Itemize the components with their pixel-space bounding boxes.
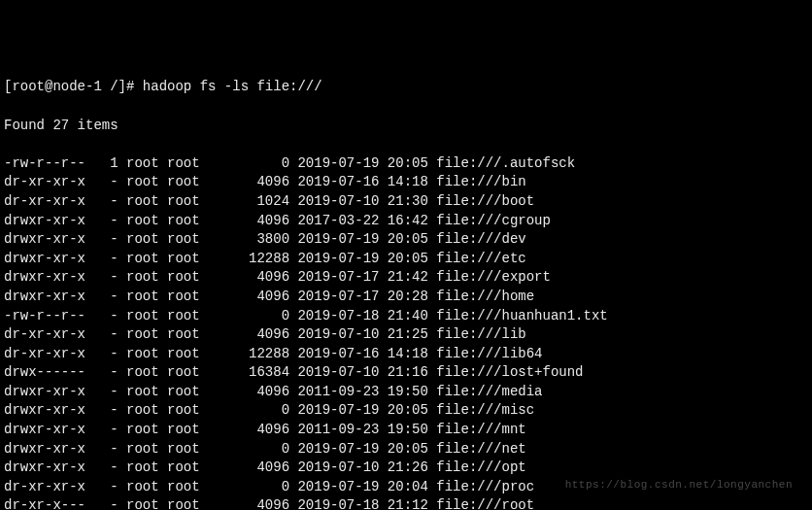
list-item: drwxr-xr-x - root root 12288 2019-07-19 …	[4, 250, 808, 269]
list-item: dr-xr-xr-x - root root 12288 2019-07-16 …	[4, 345, 808, 364]
list-item: drwxr-xr-x - root root 4096 2019-07-17 2…	[4, 268, 808, 288]
list-item: drwxr-xr-x - root root 4096 2017-03-22 1…	[4, 212, 808, 231]
list-item: dr-xr-xr-x - root root 4096 2019-07-16 1…	[4, 173, 808, 192]
list-item: drwxr-xr-x - root root 4096 2011-09-23 1…	[4, 383, 808, 402]
prompt-user-host: [root@node-1 /]#	[4, 79, 134, 94]
list-item: drwxr-xr-x - root root 4096 2019-07-17 2…	[4, 288, 808, 307]
list-item: -rw-r--r-- - root root 0 2019-07-18 21:4…	[4, 307, 808, 326]
list-item: drwx------ - root root 16384 2019-07-10 …	[4, 363, 808, 383]
list-item: drwxr-xr-x - root root 3800 2019-07-19 2…	[4, 230, 808, 250]
prompt-command: hadoop fs -ls file:///	[143, 79, 322, 94]
list-item: dr-xr-xr-x - root root 4096 2019-07-10 2…	[4, 325, 808, 345]
summary-line: Found 27 items	[4, 117, 808, 136]
list-item: drwxr-xr-x - root root 0 2019-07-19 20:0…	[4, 401, 808, 421]
list-item: drwxr-xr-x - root root 4096 2019-07-10 2…	[4, 459, 808, 478]
list-item: -rw-r--r-- 1 root root 0 2019-07-19 20:0…	[4, 154, 808, 174]
list-item: drwxr-xr-x - root root 0 2019-07-19 20:0…	[4, 440, 808, 459]
terminal-prompt[interactable]: [root@node-1 /]# hadoop fs -ls file:///	[4, 78, 808, 97]
list-item: drwxr-xr-x - root root 4096 2011-09-23 1…	[4, 421, 808, 440]
file-listing: -rw-r--r-- 1 root root 0 2019-07-19 20:0…	[4, 154, 808, 510]
list-item: dr-xr-x--- - root root 4096 2019-07-18 2…	[4, 496, 808, 510]
list-item: dr-xr-xr-x - root root 1024 2019-07-10 2…	[4, 192, 808, 212]
watermark-text: https://blog.csdn.net/longyanchen	[565, 478, 793, 493]
